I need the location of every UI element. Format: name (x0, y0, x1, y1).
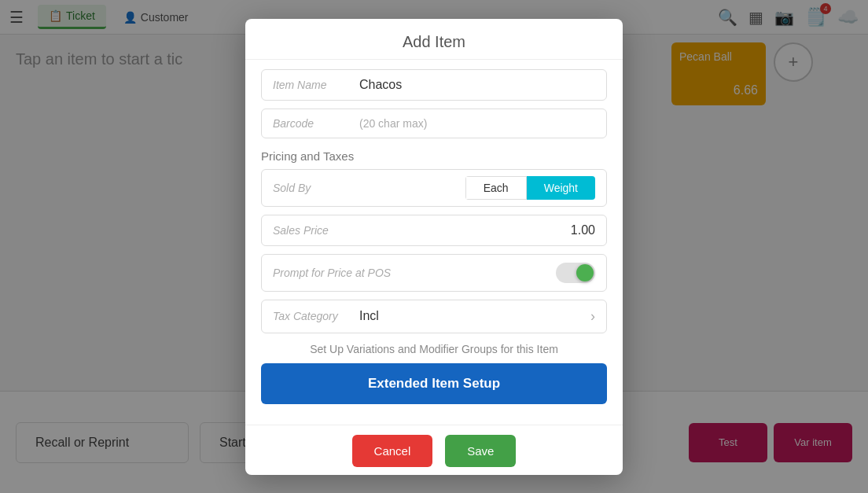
modal-footer: Cancel Save (245, 425, 623, 475)
extended-item-setup-button[interactable]: Extended Item Setup (261, 363, 607, 404)
sold-by-weight-button[interactable]: Weight (527, 176, 595, 200)
barcode-label: Barcode (273, 117, 359, 130)
tax-category-value: Incl (359, 309, 590, 323)
prompt-price-label: Prompt for Price at POS (273, 267, 556, 279)
toggle-track (556, 263, 595, 283)
barcode-placeholder: (20 char max) (359, 117, 427, 130)
sales-price-row[interactable]: Sales Price 1.00 (261, 215, 607, 246)
sales-price-value: 1.00 (571, 223, 595, 237)
sold-by-row: Sold By Each Weight (261, 169, 607, 207)
tax-category-row[interactable]: Tax Category Incl › (261, 300, 607, 333)
tax-category-label: Tax Category (273, 310, 359, 322)
prompt-price-toggle[interactable] (556, 263, 595, 283)
tax-chevron-icon: › (590, 308, 595, 325)
item-name-value: Chacos (359, 78, 595, 92)
modal-overlay: Add Item Item Name Chacos Barcode (20 ch… (0, 0, 868, 493)
save-button[interactable]: Save (445, 435, 516, 467)
item-name-field[interactable]: Item Name Chacos (261, 69, 607, 101)
sales-price-label: Sales Price (273, 224, 571, 237)
toggle-thumb (576, 264, 594, 281)
add-item-modal: Add Item Item Name Chacos Barcode (20 ch… (245, 19, 623, 475)
sold-by-each-button[interactable]: Each (465, 176, 527, 200)
item-name-label: Item Name (273, 79, 359, 91)
prompt-price-row[interactable]: Prompt for Price at POS (261, 254, 607, 292)
modal-title: Add Item (245, 19, 623, 60)
barcode-field[interactable]: Barcode (20 char max) (261, 109, 607, 138)
sold-by-label: Sold By (273, 182, 465, 194)
sold-by-buttons: Each Weight (465, 176, 595, 200)
pricing-section-title: Pricing and Taxes (261, 149, 607, 163)
variations-text: Set Up Variations and Modifier Groups fo… (261, 343, 607, 355)
modal-body: Item Name Chacos Barcode (20 char max) P… (245, 60, 623, 425)
cancel-button[interactable]: Cancel (352, 435, 433, 467)
